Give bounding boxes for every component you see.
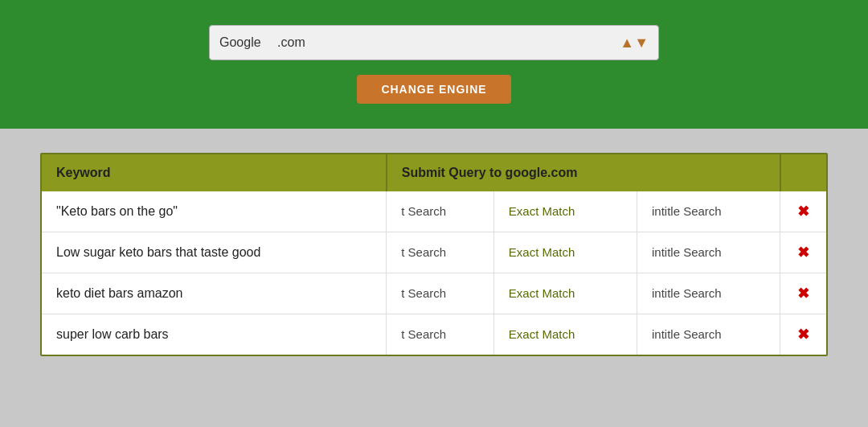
- delete-cell[interactable]: ✖: [780, 273, 826, 314]
- change-engine-button[interactable]: CHANGE ENGINE: [357, 75, 510, 104]
- top-bar: Google .com ▲▼ Google .com Bing .com Yah…: [0, 0, 868, 129]
- delete-icon[interactable]: ✖: [797, 244, 809, 261]
- delete-icon[interactable]: ✖: [797, 203, 809, 220]
- search-cell[interactable]: t Search: [387, 273, 494, 314]
- intitle-cell[interactable]: intitle Search: [637, 273, 780, 314]
- exact-match-link[interactable]: Exact Match: [509, 286, 575, 300]
- search-link[interactable]: t Search: [401, 286, 446, 300]
- table-header: Keyword Submit Query to google.com: [42, 154, 826, 191]
- delete-cell[interactable]: ✖: [780, 232, 826, 273]
- submit-query-column-header: Submit Query to google.com: [387, 154, 780, 191]
- keyword-cell: keto diet bars amazon: [42, 273, 387, 314]
- keyword-column-header: Keyword: [42, 154, 387, 191]
- main-content: Keyword Submit Query to google.com "Keto…: [0, 129, 868, 380]
- intitle-cell[interactable]: intitle Search: [637, 314, 780, 355]
- table-row: super low carb barst SearchExact Matchin…: [42, 314, 826, 355]
- table-row: "Keto bars on the go"t SearchExact Match…: [42, 191, 826, 232]
- delete-icon[interactable]: ✖: [797, 285, 809, 302]
- exact-match-cell[interactable]: Exact Match: [493, 273, 637, 314]
- intitle-cell[interactable]: intitle Search: [637, 191, 780, 232]
- search-cell[interactable]: t Search: [387, 314, 494, 355]
- intitle-link[interactable]: intitle Search: [652, 245, 722, 259]
- keyword-cell: "Keto bars on the go": [42, 191, 387, 232]
- exact-match-link[interactable]: Exact Match: [509, 204, 575, 218]
- table-row: keto diet bars amazont SearchExact Match…: [42, 273, 826, 314]
- delete-cell[interactable]: ✖: [780, 191, 826, 232]
- exact-match-link[interactable]: Exact Match: [509, 327, 575, 341]
- intitle-cell[interactable]: intitle Search: [637, 232, 780, 273]
- engine-selector[interactable]: Google .com ▲▼ Google .com Bing .com Yah…: [209, 25, 659, 60]
- delete-column-header: [780, 154, 826, 191]
- table-row: Low sugar keto bars that taste goodt Sea…: [42, 232, 826, 273]
- search-link[interactable]: t Search: [401, 245, 446, 259]
- intitle-link[interactable]: intitle Search: [652, 327, 722, 341]
- search-link[interactable]: t Search: [401, 327, 446, 341]
- search-cell[interactable]: t Search: [387, 191, 494, 232]
- exact-match-cell[interactable]: Exact Match: [493, 191, 637, 232]
- exact-match-link[interactable]: Exact Match: [509, 245, 575, 259]
- delete-icon[interactable]: ✖: [797, 326, 809, 343]
- keyword-cell: super low carb bars: [42, 314, 387, 355]
- exact-match-cell[interactable]: Exact Match: [493, 232, 637, 273]
- delete-cell[interactable]: ✖: [780, 314, 826, 355]
- keyword-table: Keyword Submit Query to google.com "Keto…: [42, 154, 826, 355]
- keyword-table-container: Keyword Submit Query to google.com "Keto…: [40, 153, 828, 356]
- intitle-link[interactable]: intitle Search: [652, 286, 722, 300]
- search-link[interactable]: t Search: [401, 204, 446, 218]
- search-cell[interactable]: t Search: [387, 232, 494, 273]
- intitle-link[interactable]: intitle Search: [652, 204, 722, 218]
- table-body: "Keto bars on the go"t SearchExact Match…: [42, 191, 826, 355]
- exact-match-cell[interactable]: Exact Match: [493, 314, 637, 355]
- keyword-cell: Low sugar keto bars that taste good: [42, 232, 387, 273]
